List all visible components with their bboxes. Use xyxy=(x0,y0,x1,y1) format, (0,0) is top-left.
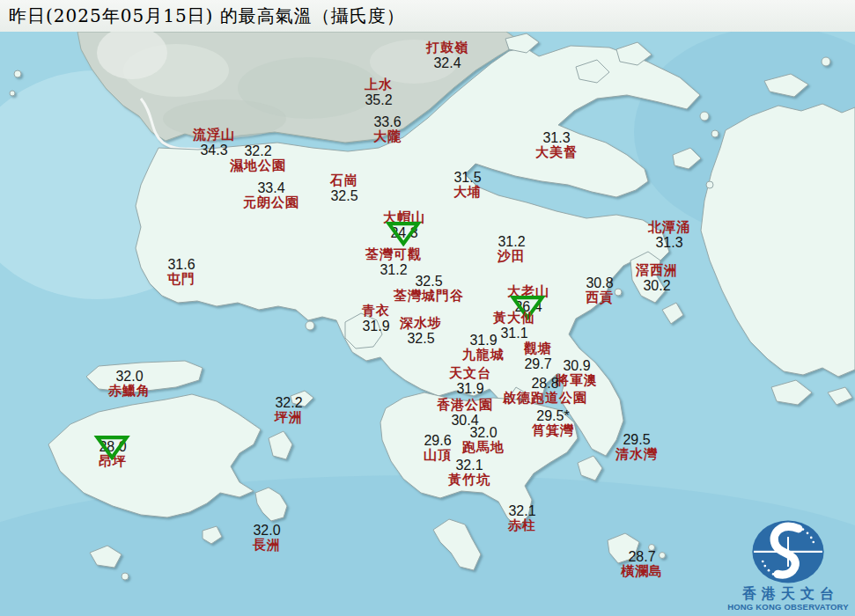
waglan-islet-2 xyxy=(660,553,666,559)
west-islet-1 xyxy=(14,70,21,77)
hko-logo-icon xyxy=(749,518,827,585)
soko-islet xyxy=(122,573,129,580)
weather-map-screen: 打鼓嶺32.4上水35.233.6大隴31.3大美督流浮山34.332.2濕地公… xyxy=(0,0,855,616)
hko-logo: 香港天文台 HONG KONG OBSERVATORY xyxy=(726,518,850,612)
grass-island xyxy=(706,181,713,188)
tolo-channel-islet-2 xyxy=(711,130,719,137)
tolo-channel-islet-1 xyxy=(700,112,709,121)
ne-islet xyxy=(822,57,830,66)
sharp-island xyxy=(615,289,622,296)
hko-logo-english-name: HONG KONG OBSERVATORY xyxy=(726,602,850,612)
waglan-islet-1 xyxy=(649,545,655,551)
west-islet-2 xyxy=(10,91,15,96)
hko-logo-chinese-name: 香港天文台 xyxy=(726,585,850,602)
ma-wan-island xyxy=(306,321,314,330)
title-bar: 昨日(2025年05月15日) 的最高氣溫（攝氏度） xyxy=(0,0,855,32)
page-title: 昨日(2025年05月15日) 的最高氣溫（攝氏度） xyxy=(9,4,405,28)
